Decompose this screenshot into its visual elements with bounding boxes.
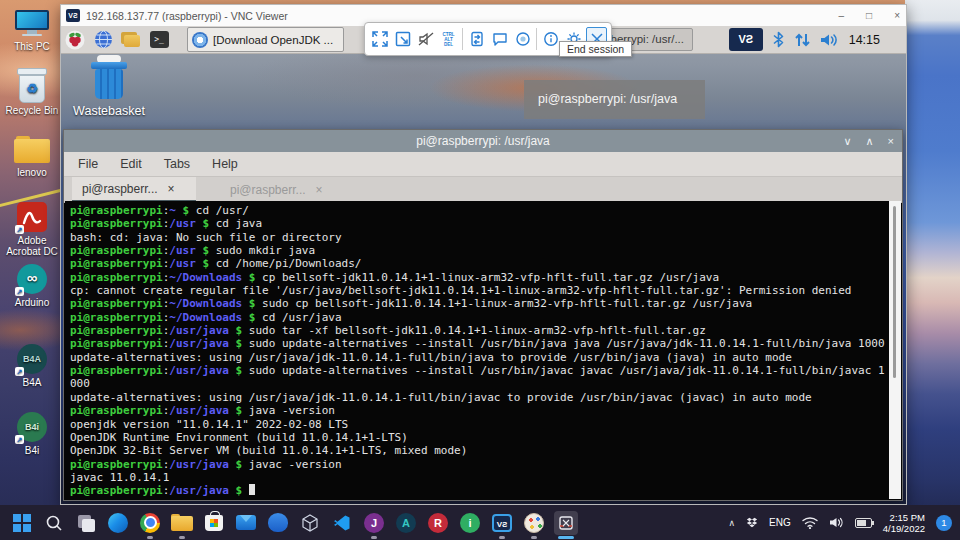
terminal-line: pi@raspberrypi:~/Downloads $ cd /usr/jav… xyxy=(70,311,901,324)
speaker-icon[interactable] xyxy=(829,516,844,529)
taskbar-app-i[interactable]: i xyxy=(458,511,482,535)
start-button[interactable] xyxy=(10,511,34,535)
tab-close-icon[interactable]: × xyxy=(168,182,175,196)
maximize-button[interactable]: □ xyxy=(866,10,872,21)
terminal-line: pi@raspberrypi:/usr/java $ xyxy=(70,484,901,497)
battery-icon[interactable] xyxy=(855,518,872,528)
taskbar-paint[interactable] xyxy=(522,511,546,535)
session-record-icon[interactable] xyxy=(512,27,533,51)
file-manager-button[interactable] xyxy=(119,28,143,51)
terminal-line: update-alternatives: using /usr/java/jdk… xyxy=(70,351,901,364)
tray-date: 4/19/2022 xyxy=(883,523,925,534)
network-arrows-icon[interactable] xyxy=(794,32,811,48)
fullscreen-icon[interactable] xyxy=(369,27,390,51)
shortcut-arrow-icon: ↗ xyxy=(15,225,24,234)
desktop-icon-this-pc[interactable]: This PC xyxy=(0,10,64,52)
desktop-icon-label: Adobe Acrobat DC xyxy=(0,235,64,257)
terminal-line: 000 xyxy=(70,377,901,390)
minimize-button[interactable]: – xyxy=(839,10,845,21)
wifi-icon[interactable] xyxy=(802,516,818,529)
terminal-minimize-button[interactable]: ∨ xyxy=(843,135,851,148)
terminal-launcher-button[interactable]: >_ xyxy=(147,28,171,51)
taskbar-ms-store[interactable] xyxy=(202,511,226,535)
ctrl-alt-del-icon[interactable]: CTRLALTDEL xyxy=(438,27,459,51)
terminal-maximize-button[interactable]: ∧ xyxy=(866,135,874,148)
taskbar-app-mammoth[interactable] xyxy=(266,511,290,535)
terminal-line: pi@raspberrypi:~/Downloads $ cp bellsoft… xyxy=(70,271,901,284)
folders-icon xyxy=(121,32,141,48)
desktop-icon-lenovo[interactable]: lenovo xyxy=(0,136,64,178)
snipping-tool-icon xyxy=(557,514,575,532)
taskbar-file-explorer[interactable] xyxy=(170,511,194,535)
terminal-line: pi@raspberrypi:/usr/java $ sudo update-a… xyxy=(70,337,901,350)
file-explorer-icon xyxy=(171,514,193,531)
raspberry-icon xyxy=(65,30,85,50)
terminal-titlebar[interactable]: pi@raspberrypi: /usr/java ∨ ∧ × xyxy=(64,130,902,152)
search-button[interactable] xyxy=(42,511,66,535)
desktop-icon-adobe-acrobat[interactable]: ↗ Adobe Acrobat DC xyxy=(0,202,64,257)
terminal-scrollbar[interactable] xyxy=(889,201,901,499)
tray-expand-chevron[interactable]: ∧ xyxy=(728,518,735,528)
desktop-icon-recycle-bin[interactable]: ♻ Recycle Bin xyxy=(0,68,64,116)
shortcut-arrow-icon: ↗ xyxy=(15,435,24,444)
terminal-cursor xyxy=(249,484,255,495)
file-transfer-icon[interactable] xyxy=(466,27,487,51)
vnc-server-icon[interactable]: VƧ xyxy=(729,28,763,51)
terminal-line: javac 11.0.14.1 xyxy=(70,471,901,484)
arduino-icon: ∞ ↗ xyxy=(17,264,47,294)
browser-button[interactable] xyxy=(91,28,115,51)
taskbar-clock[interactable]: 2:15 PM 4/19/2022 xyxy=(883,512,925,534)
terminal-tab-active[interactable]: pi@raspberr... × xyxy=(72,177,196,202)
taskbar-mail[interactable] xyxy=(234,511,258,535)
mammoth-app-icon xyxy=(268,513,288,532)
terminal-tabbar: pi@raspberr... × pi@raspberr... × xyxy=(64,177,902,203)
desktop-icon-b4i[interactable]: B4i ↗ B4i xyxy=(0,412,64,456)
windows-taskbar: J A R i VƧ ∧ ENG xyxy=(0,505,960,540)
taskbar-app-a[interactable]: A xyxy=(394,511,418,535)
desktop-icon-wastebasket[interactable]: Wastebasket xyxy=(69,58,149,118)
close-button[interactable]: × xyxy=(894,10,900,21)
taskbar-vscode[interactable] xyxy=(330,511,354,535)
terminal-content[interactable]: pi@raspberrypi:~ $ cd /usr/pi@raspberryp… xyxy=(65,201,901,499)
taskbar-button-chromium[interactable]: [Download OpenJDK ... xyxy=(187,27,344,52)
wastebasket-icon xyxy=(90,58,128,102)
terminal-close-button[interactable]: × xyxy=(888,135,894,147)
scale-window-icon[interactable] xyxy=(392,27,413,51)
pi-clock[interactable]: 14:15 xyxy=(849,33,880,47)
language-indicator[interactable]: ENG xyxy=(769,517,791,528)
dropbox-icon[interactable] xyxy=(746,517,758,529)
terminal-line: pi@raspberrypi:/usr $ cd /home/pi/Downlo… xyxy=(70,257,901,270)
taskbar-vnc-viewer[interactable]: VƧ xyxy=(490,511,514,535)
menu-tabs[interactable]: Tabs xyxy=(164,157,190,171)
terminal-tab-inactive[interactable]: pi@raspberr... × xyxy=(220,177,344,202)
taskbar-preview[interactable]: pi@raspberrypi: /usr/java xyxy=(524,80,705,119)
mail-icon xyxy=(236,515,256,530)
toolbar-separator xyxy=(462,28,463,50)
taskbar-virtualbox[interactable] xyxy=(298,511,322,535)
r-app-icon: R xyxy=(428,513,448,533)
taskbar-chrome[interactable] xyxy=(138,511,162,535)
task-view-button[interactable] xyxy=(74,511,98,535)
notification-badge[interactable]: 1 xyxy=(936,515,952,531)
taskbar-edge[interactable] xyxy=(106,511,130,535)
taskbar-app-r[interactable]: R xyxy=(426,511,450,535)
info-icon[interactable] xyxy=(540,27,561,51)
pi-menu-button[interactable] xyxy=(63,28,87,51)
volume-icon[interactable] xyxy=(820,32,840,48)
taskbar-app-j[interactable]: J xyxy=(362,511,386,535)
chromium-icon xyxy=(192,32,208,48)
bluetooth-icon[interactable] xyxy=(772,31,785,48)
terminal-line: pi@raspberrypi:/usr $ cd java xyxy=(70,217,901,230)
menu-file[interactable]: File xyxy=(78,157,98,171)
menu-edit[interactable]: Edit xyxy=(120,157,142,171)
menu-help[interactable]: Help xyxy=(212,157,238,171)
taskbar-snipping-tool[interactable] xyxy=(554,511,578,535)
shortcut-arrow-icon: ↗ xyxy=(15,287,24,296)
terminal-menubar: File Edit Tabs Help xyxy=(64,152,902,177)
desktop-icon-b4a[interactable]: B4A ↗ B4A xyxy=(0,344,64,388)
terminal-scrollbar-thumb[interactable] xyxy=(893,206,896,378)
chat-icon[interactable] xyxy=(489,27,510,51)
mute-icon[interactable] xyxy=(415,27,436,51)
tab-close-icon[interactable]: × xyxy=(316,183,323,197)
desktop-icon-arduino[interactable]: ∞ ↗ Arduino xyxy=(0,264,64,308)
